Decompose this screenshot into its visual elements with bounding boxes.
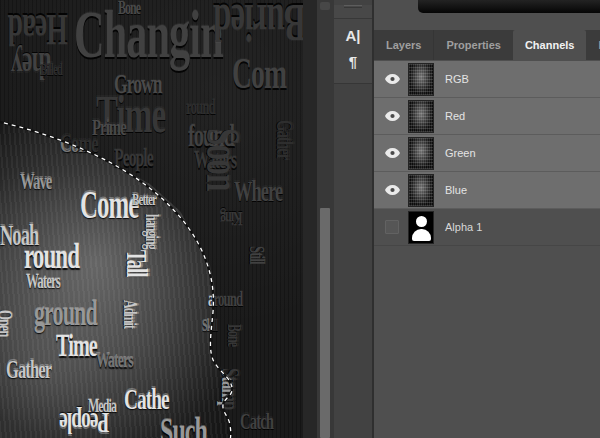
document-vertical-scrollbar[interactable] [317, 0, 334, 438]
collage-word: Admit [121, 300, 140, 328]
channel-thumbnail[interactable] [408, 174, 434, 207]
canvas-edge [303, 0, 317, 438]
channel-row-blue[interactable]: Blue [374, 172, 600, 209]
collage-word: Waters [26, 272, 60, 292]
collapsed-panel-dock: A| ¶ [334, 0, 372, 438]
visibility-empty-toggle[interactable] [379, 220, 405, 234]
eye-icon [385, 74, 400, 84]
collage-word: Better [132, 190, 156, 207]
channel-label: Alpha 1 [445, 221, 482, 233]
collage-word: Come [80, 186, 138, 225]
channel-row-green[interactable]: Green [374, 135, 600, 172]
tab-properties[interactable]: Properties [433, 30, 512, 60]
collage-word: Billed [40, 60, 62, 77]
tab-layers[interactable]: Layers [374, 30, 433, 60]
character-panel-icon[interactable]: A| [334, 23, 372, 49]
collage-word: Bones [0, 78, 2, 109]
tab-paths[interactable]: Paths [586, 30, 600, 60]
collage-word: Cathe [124, 384, 169, 414]
collage-word: Buried [214, 0, 306, 48]
scrollbar-top-cap [320, 2, 330, 10]
collage-word: Such [160, 414, 207, 438]
collage-word: King [221, 209, 243, 228]
eye-icon [385, 185, 400, 195]
collage-word: Gather [273, 120, 296, 159]
paragraph-panel-icon[interactable]: ¶ [334, 49, 372, 75]
collage-word: round [186, 98, 215, 118]
channel-label: Green [445, 147, 476, 159]
collage-word: Still [246, 246, 266, 264]
channel-row-alpha-1[interactable]: Alpha 1 [374, 209, 600, 246]
document-canvas[interactable]: ChanginHeadtheyBoneBuriedComGrownTimeBon… [0, 0, 317, 438]
channel-thumbnail[interactable] [408, 100, 434, 133]
collage-word: Gather [6, 356, 51, 382]
dock-grip[interactable] [334, 5, 372, 19]
collage-word: Changin [74, 2, 223, 69]
collage-word: Wave [20, 170, 51, 193]
channel-thumbnail[interactable] [408, 137, 434, 170]
collage-word: Open [0, 310, 14, 336]
collage-word: Bone [225, 324, 244, 346]
channel-row-rgb[interactable]: RGB [374, 61, 600, 98]
channel-label: Blue [445, 184, 467, 196]
channel-label: RGB [445, 73, 469, 85]
visibility-eye-toggle[interactable] [379, 74, 405, 84]
channel-row-red[interactable]: Red [374, 98, 600, 135]
empty-visibility-box [385, 220, 399, 234]
channels-panel: LayersPropertiesChannelsPaths RGB Red Gr… [374, 0, 600, 438]
collage-word: hanging [143, 214, 162, 249]
collage-word: Time [56, 330, 97, 362]
scrollbar-thumb[interactable] [320, 208, 330, 438]
collage-word: People [60, 407, 109, 437]
collage-word: Soon [199, 128, 248, 190]
visibility-eye-toggle[interactable] [379, 185, 405, 195]
eye-icon [385, 111, 400, 121]
visibility-eye-toggle[interactable] [379, 148, 405, 158]
photoshop-workspace: ChanginHeadtheyBoneBuriedComGrownTimeBon… [0, 0, 600, 438]
collage-word: round [24, 238, 79, 274]
channel-list: RGB Red Green Blue Alpha 1 [374, 61, 600, 246]
collage-word: Com [232, 52, 286, 96]
collage-word: People [114, 146, 153, 171]
visibility-eye-toggle[interactable] [379, 111, 405, 121]
collage-word: Waters [96, 350, 133, 372]
tab-channels[interactable]: Channels [513, 30, 587, 60]
channel-thumbnail[interactable] [408, 63, 434, 96]
channel-thumbnail[interactable] [408, 211, 434, 244]
eye-icon [385, 148, 400, 158]
collage-word: Catch [240, 410, 273, 433]
window-top-bar [418, 0, 600, 13]
collage-word: Tall [123, 250, 152, 276]
channel-label: Red [445, 110, 465, 122]
collage-word: Bone [118, 0, 140, 17]
collage-word: ground [34, 296, 97, 331]
panel-tab-bar: LayersPropertiesChannelsPaths [374, 30, 600, 60]
